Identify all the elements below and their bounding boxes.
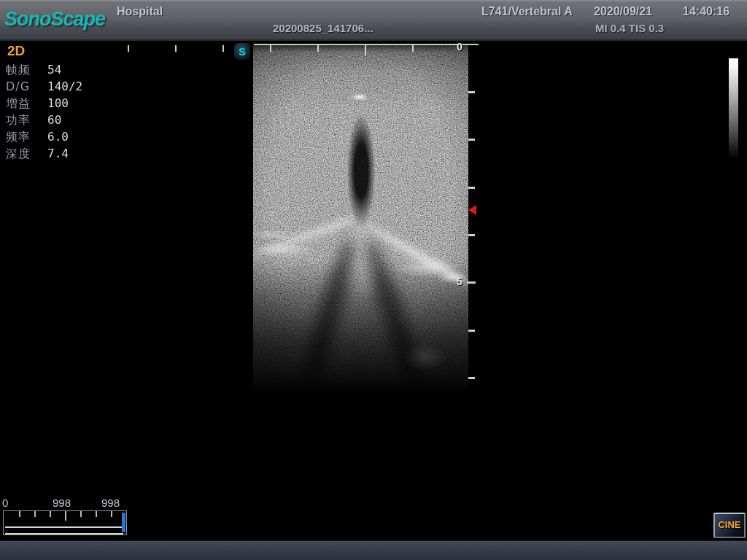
cine-current-label: 998 xyxy=(53,497,71,509)
depth-ruler-tick xyxy=(468,377,475,379)
param-label: 频率 xyxy=(6,130,31,145)
top-ruler-tick xyxy=(270,45,271,52)
top-ruler-tick xyxy=(175,45,177,52)
param-row: 帧频 54 xyxy=(6,63,137,79)
param-row: 功率 60 xyxy=(6,113,137,130)
system-time: 14:40:16 xyxy=(683,5,729,18)
param-label: 深度 xyxy=(6,147,31,162)
depth-ruler-zero-label: 0 xyxy=(457,41,462,52)
depth-ruler-tick xyxy=(468,187,475,189)
top-ruler-line xyxy=(254,44,479,45)
cine-position-marker[interactable] xyxy=(122,513,125,532)
ultrasound-image[interactable] xyxy=(253,44,468,394)
hospital-name: Hospital xyxy=(117,5,163,18)
param-row: 频率 6.0 xyxy=(6,130,137,147)
param-label: D/G xyxy=(6,79,30,93)
cine-ruler-tick xyxy=(34,511,36,517)
param-row: 增益 100 xyxy=(6,96,137,113)
param-value: 100 xyxy=(47,96,69,110)
system-date: 2020/09/21 xyxy=(594,5,652,18)
mi-tis-readout: MI 0.4 TIS 0.3 xyxy=(595,22,664,34)
depth-ruler-tick xyxy=(468,139,475,141)
cine-ruler-tick xyxy=(111,511,112,517)
param-value: 60 xyxy=(47,113,61,127)
top-ruler-tick xyxy=(222,45,224,52)
ultrasound-highlights xyxy=(253,44,468,394)
taskbar: ✕ xyxy=(0,540,747,560)
cine-ruler-tick xyxy=(80,511,82,517)
param-label: 帧频 xyxy=(6,63,31,78)
ultrasound-screen: SonoScape Hospital L741/Vertebral A 2020… xyxy=(0,0,747,560)
top-ruler-tick xyxy=(365,45,366,55)
grayscale-bar xyxy=(729,58,738,157)
cine-progress-bar[interactable] xyxy=(3,510,127,535)
depth-ruler-tick xyxy=(468,330,475,332)
cine-start-label: 0 xyxy=(2,497,8,509)
param-row: 深度 7.4 xyxy=(6,147,137,163)
param-value: 6.0 xyxy=(47,130,69,144)
cine-button[interactable]: CINE xyxy=(713,513,746,538)
depth-ruler-five-label: 5 xyxy=(457,276,462,287)
depth-ruler-tick xyxy=(468,91,475,93)
param-label: 增益 xyxy=(6,96,31,112)
top-ruler-tick xyxy=(317,45,319,52)
param-value: 54 xyxy=(47,63,61,77)
brand-logo: SonoScape xyxy=(4,8,105,31)
focus-marker-icon xyxy=(468,205,476,215)
cine-ruler-tick xyxy=(65,511,66,521)
header-bar: SonoScape Hospital L741/Vertebral A 2020… xyxy=(0,0,747,41)
param-value: 7.4 xyxy=(47,147,69,160)
probe-orientation-marker-icon: S xyxy=(234,43,250,60)
echo-band xyxy=(365,222,468,288)
param-row: D/G 140/2 xyxy=(6,79,137,96)
param-value: 140/2 xyxy=(47,79,82,93)
cine-slider-track[interactable] xyxy=(5,526,123,534)
cine-total-label: 998 xyxy=(101,497,120,509)
mode-label: 2D xyxy=(7,43,25,59)
cine-ruler-tick xyxy=(96,511,97,517)
top-ruler-tick xyxy=(412,45,414,52)
top-ruler-tick xyxy=(128,45,129,52)
exam-id: 20200825_141706... xyxy=(273,22,374,34)
probe-preset: L741/Vertebral A xyxy=(481,5,573,18)
cine-ruler-tick xyxy=(19,511,20,517)
echo-band xyxy=(253,215,357,259)
depth-ruler-tick xyxy=(467,281,476,284)
cine-ruler-tick xyxy=(50,511,51,517)
param-label: 功率 xyxy=(6,113,31,128)
depth-ruler-tick xyxy=(468,234,475,236)
